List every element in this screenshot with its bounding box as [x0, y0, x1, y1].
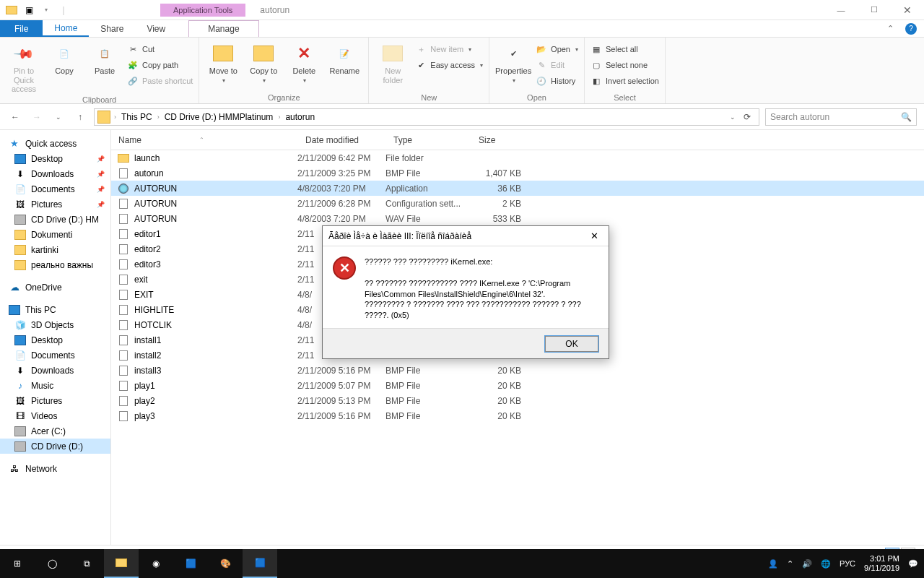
collapse-ribbon-icon[interactable]: ⌃ — [887, 24, 894, 33]
breadcrumb-item[interactable]: autorun — [284, 112, 316, 122]
cortana-icon[interactable]: ◯ — [35, 549, 69, 578]
help-icon[interactable]: ? — [905, 23, 917, 35]
sort-caret-icon: ⌃ — [199, 137, 204, 143]
file-row[interactable]: AUTORUN4/8/2003 7:20 PMWAV File533 KB — [111, 211, 924, 226]
tray-people-icon[interactable]: 👤 — [768, 559, 778, 569]
taskbar-explorer-icon[interactable] — [104, 549, 139, 578]
nav-up-button[interactable]: ↑ — [72, 109, 88, 125]
history-button[interactable]: 🕘History — [536, 74, 578, 88]
file-row[interactable]: AUTORUN2/11/2009 6:28 PMConfiguration se… — [111, 196, 924, 211]
copyto-icon — [253, 46, 274, 61]
easy-access-button[interactable]: ✔Easy access▾ — [415, 58, 483, 72]
close-button[interactable]: ✕ — [891, 0, 924, 20]
sidebar-item-acer[interactable]: Acer (C:) — [0, 423, 110, 439]
taskbar-chrome-icon[interactable]: ◉ — [139, 549, 173, 578]
pin-quick-access-button[interactable]: 📌 Pin to Quick access — [6, 40, 42, 94]
file-row[interactable]: play22/11/2009 5:13 PMBMP File20 KB — [111, 393, 924, 408]
breadcrumb[interactable]: › This PC › CD Drive (D:) HMMPlatinum › … — [94, 108, 759, 126]
select-all-button[interactable]: ▦Select all — [590, 42, 659, 56]
sidebar-item-cddrive2[interactable]: CD Drive (D:) — [0, 439, 110, 454]
sidebar-item-cddrive[interactable]: CD Drive (D:) HM — [0, 212, 110, 227]
qat-dropdown-icon[interactable]: ▾ — [39, 4, 53, 17]
sidebar-quick-access[interactable]: ★Quick access — [0, 136, 110, 151]
breadcrumb-item[interactable]: CD Drive (D:) HMMPlatinum — [163, 112, 275, 122]
tab-share[interactable]: Share — [89, 20, 135, 37]
tray-expand-icon[interactable]: ⌃ — [787, 559, 793, 569]
new-item-button[interactable]: ＋New item▾ — [415, 42, 483, 56]
select-none-button[interactable]: ▢Select none — [590, 58, 659, 72]
delete-button[interactable]: ✕Delete▾ — [286, 40, 322, 84]
column-name[interactable]: Name⌃ — [111, 135, 298, 145]
tray-volume-icon[interactable]: 🔊 — [802, 559, 812, 569]
sidebar-item-downloads2[interactable]: ⬇Downloads — [0, 363, 110, 378]
sidebar-item-documents2[interactable]: 📄Documents — [0, 348, 110, 363]
sidebar-item-desktop2[interactable]: Desktop — [0, 332, 110, 348]
column-date[interactable]: Date modified — [298, 135, 386, 145]
moveto-icon — [213, 46, 233, 61]
refresh-icon[interactable]: ⟳ — [738, 112, 756, 122]
sidebar-item-pictures[interactable]: 🖼Pictures📌 — [0, 197, 110, 212]
paste-shortcut-button[interactable]: 🔗Paste shortcut — [127, 74, 193, 88]
new-folder-button[interactable]: New folder — [375, 40, 411, 85]
edit-button[interactable]: ✎Edit — [536, 58, 578, 72]
file-size: 20 KB — [471, 411, 521, 421]
tray-clock[interactable]: 3:01 PM 9/11/2019 — [864, 554, 899, 573]
file-row[interactable]: launch2/11/2009 6:42 PMFile folder — [111, 150, 924, 165]
cut-button[interactable]: ✂Cut — [127, 42, 193, 56]
tab-file[interactable]: File — [0, 20, 43, 37]
taskbar-installer-icon[interactable]: 🟦 — [243, 549, 277, 578]
file-row[interactable]: install32/11/2009 5:16 PMBMP File20 KB — [111, 363, 924, 378]
sidebar-item-downloads[interactable]: ⬇Downloads📌 — [0, 166, 110, 181]
start-button[interactable]: ⊞ — [0, 549, 35, 578]
dialog-close-button[interactable]: ✕ — [585, 230, 603, 243]
sidebar-network[interactable]: 🖧Network — [0, 461, 110, 476]
file-row[interactable]: play12/11/2009 5:07 PMBMP File20 KB — [111, 378, 924, 393]
sidebar-item-realno[interactable]: реально важны — [0, 257, 110, 272]
paste-button[interactable]: 📋 Paste — [87, 40, 123, 94]
search-input[interactable]: Search autorun 🔍 — [765, 108, 917, 126]
file-row[interactable]: AUTORUN4/8/2003 7:20 PMApplication36 KB — [111, 181, 924, 196]
qat-properties-icon[interactable]: ▣ — [22, 4, 36, 17]
taskbar-app-icon[interactable]: 🟦 — [173, 549, 208, 578]
copy-path-button[interactable]: 🧩Copy path — [127, 58, 193, 72]
tray-network-icon[interactable]: 🌐 — [821, 559, 831, 569]
file-date: 4/8/2003 7:20 PM — [297, 184, 385, 194]
maximize-button[interactable]: ☐ — [858, 0, 891, 20]
column-size[interactable]: Size — [471, 135, 529, 145]
sidebar-item-pictures2[interactable]: 🖼Pictures — [0, 393, 110, 408]
sidebar-item-dokumenti[interactable]: Dokumenti — [0, 227, 110, 242]
minimize-button[interactable]: — — [824, 0, 858, 20]
copy-to-button[interactable]: Copy to▾ — [245, 40, 282, 84]
tray-language[interactable]: РУС — [840, 559, 855, 568]
taskview-icon[interactable]: ⧉ — [69, 549, 104, 578]
breadcrumb-dropdown-icon[interactable]: ⌄ — [730, 113, 736, 121]
tab-home[interactable]: Home — [43, 20, 89, 37]
column-type[interactable]: Type — [386, 135, 471, 145]
sidebar-onedrive[interactable]: ☁OneDrive — [0, 280, 110, 295]
desktop-icon — [14, 154, 26, 164]
file-row[interactable]: autorun2/11/2009 3:25 PMBMP File1,407 KB — [111, 165, 924, 181]
sidebar-item-desktop[interactable]: Desktop📌 — [0, 151, 110, 166]
sidebar-item-music[interactable]: ♪Music — [0, 378, 110, 393]
nav-recent-button[interactable]: ⌄ — [51, 109, 66, 125]
sidebar-item-3dobjects[interactable]: 🧊3D Objects — [0, 317, 110, 332]
file-row[interactable]: play32/11/2009 5:16 PMBMP File20 KB — [111, 408, 924, 423]
tray-notifications-icon[interactable]: 💬 — [908, 559, 918, 569]
sidebar-item-videos[interactable]: 🎞Videos — [0, 408, 110, 423]
nav-back-button[interactable]: ← — [7, 109, 23, 125]
sidebar-item-documents[interactable]: 📄Documents📌 — [0, 181, 110, 197]
properties-button[interactable]: ✔Properties▾ — [495, 40, 531, 88]
breadcrumb-item[interactable]: This PC — [120, 112, 154, 122]
tab-manage[interactable]: Manage — [188, 20, 258, 37]
copy-button[interactable]: 📄 Copy — [46, 40, 82, 94]
move-to-button[interactable]: Move to▾ — [205, 40, 241, 84]
sidebar-item-kartinki[interactable]: kartinki — [0, 242, 110, 257]
invert-selection-button[interactable]: ◧Invert selection — [590, 74, 659, 88]
nav-forward-button[interactable]: → — [29, 109, 45, 125]
tab-view[interactable]: View — [135, 20, 177, 37]
dialog-ok-button[interactable]: OK — [545, 336, 598, 352]
open-button[interactable]: 📂Open▾ — [536, 42, 578, 56]
rename-button[interactable]: 📝Rename — [326, 40, 362, 84]
taskbar-paint-icon[interactable]: 🎨 — [208, 549, 243, 578]
sidebar-this-pc[interactable]: This PC — [0, 302, 110, 317]
